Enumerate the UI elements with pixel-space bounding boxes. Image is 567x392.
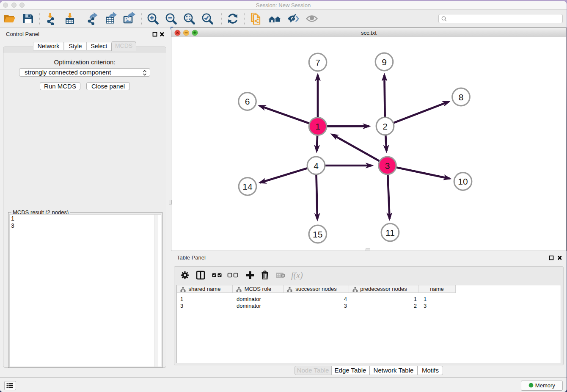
svg-text:8: 8 bbox=[459, 92, 464, 102]
svg-text:10: 10 bbox=[458, 177, 468, 186]
svg-text:4: 4 bbox=[314, 161, 319, 171]
svg-text:1: 1 bbox=[315, 121, 320, 131]
svg-text:2: 2 bbox=[383, 121, 388, 131]
svg-text:f(x): f(x) bbox=[291, 271, 303, 280]
svg-text:7: 7 bbox=[315, 58, 320, 67]
svg-text:9: 9 bbox=[382, 57, 387, 67]
svg-text:6: 6 bbox=[245, 97, 250, 106]
svg-text:11: 11 bbox=[385, 228, 395, 237]
svg-text:3: 3 bbox=[385, 161, 390, 171]
svg-text:15: 15 bbox=[313, 229, 322, 239]
svg-text:14: 14 bbox=[242, 182, 253, 191]
